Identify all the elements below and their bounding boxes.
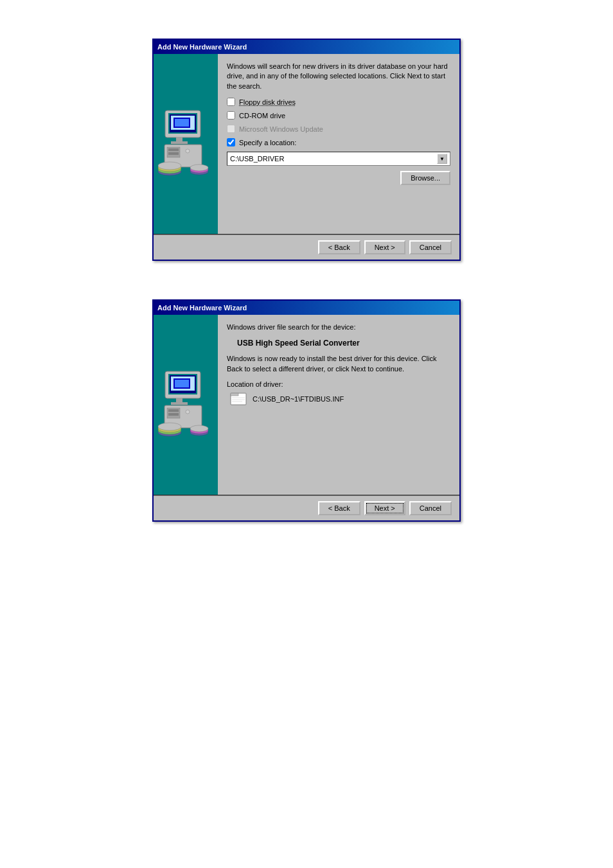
svg-point-10 <box>186 149 190 153</box>
svg-rect-43 <box>231 393 238 396</box>
cancel-button-2[interactable]: Cancel <box>409 501 452 515</box>
dialog2-body: Windows driver file search for the devic… <box>154 315 459 495</box>
svg-rect-5 <box>171 141 188 144</box>
computer-illustration <box>155 107 217 181</box>
svg-rect-4 <box>176 137 182 141</box>
dialog2-footer: < Back Next > Cancel <box>154 495 459 520</box>
dialog2-description1: Windows driver file search for the devic… <box>227 323 450 332</box>
dialog2-sidebar <box>154 315 218 495</box>
dialog2-titlebar: Add New Hardware Wizard <box>154 301 459 315</box>
next-button-1[interactable]: Next > <box>364 240 405 254</box>
svg-point-38 <box>190 425 208 432</box>
dialog2-title: Add New Hardware Wizard <box>157 304 247 312</box>
dialog1-body: Windows will search for new drivers in i… <box>154 54 459 234</box>
cancel-button-1[interactable]: Cancel <box>409 240 452 254</box>
file-icon <box>229 392 247 406</box>
floppy-checkbox-row: Floppy disk drives <box>227 98 450 106</box>
svg-rect-26 <box>171 402 188 405</box>
device-name: USB High Speed Serial Converter <box>237 339 450 348</box>
computer-illustration-2 <box>155 368 217 442</box>
dialog2-description2: Windows is now ready to install the best… <box>227 354 450 374</box>
dialog1-content: Windows will search for new drivers in i… <box>218 54 459 234</box>
location-value: C:\USB_DRIVER <box>230 155 284 163</box>
browse-btn-row: Browse... <box>227 171 450 185</box>
cdrom-checkbox-row: CD-ROM drive <box>227 111 450 120</box>
svg-rect-29 <box>168 409 179 412</box>
dialog1-titlebar: Add New Hardware Wizard <box>154 40 459 54</box>
svg-rect-19 <box>175 119 189 127</box>
winupdate-checkbox-row: Microsoft Windows Update <box>227 125 450 133</box>
svg-rect-30 <box>168 413 179 416</box>
cdrom-label: CD-ROM drive <box>239 112 285 120</box>
back-button-2[interactable]: < Back <box>318 501 360 515</box>
dialog1-title: Add New Hardware Wizard <box>157 43 247 51</box>
svg-rect-40 <box>175 380 189 387</box>
cdrom-checkbox[interactable] <box>227 111 235 120</box>
svg-rect-9 <box>168 152 179 155</box>
dialog2-content: Windows driver file search for the devic… <box>218 315 459 495</box>
winupdate-checkbox <box>227 125 235 133</box>
floppy-label: Floppy disk drives <box>239 98 296 106</box>
location-row: C:\USB_DRIVER ▼ <box>227 152 450 166</box>
dialog1: Add New Hardware Wizard <box>152 39 461 261</box>
location-of-driver-label: Location of driver: <box>227 380 450 388</box>
svg-rect-25 <box>176 398 182 402</box>
file-path: C:\USB_DR~1\FTDIBUS.INF <box>253 395 344 403</box>
file-location-row: C:\USB_DR~1\FTDIBUS.INF <box>229 392 450 406</box>
specify-label: Specify a location: <box>239 139 296 146</box>
dialog2: Add New Hardware Wizard <box>152 299 461 522</box>
dialog1-description: Windows will search for new drivers in i… <box>227 62 450 91</box>
browse-button[interactable]: Browse... <box>400 171 450 185</box>
floppy-checkbox[interactable] <box>227 98 235 106</box>
svg-point-14 <box>158 162 181 170</box>
back-button-1[interactable]: < Back <box>318 240 360 254</box>
dialog1-sidebar <box>154 54 218 234</box>
winupdate-label: Microsoft Windows Update <box>239 125 323 133</box>
dropdown-arrow-icon[interactable]: ▼ <box>437 154 447 164</box>
dialog1-footer: < Back Next > Cancel <box>154 234 459 260</box>
svg-point-31 <box>186 410 190 414</box>
svg-point-17 <box>190 164 208 171</box>
specify-checkbox-row: Specify a location: <box>227 138 450 146</box>
svg-point-35 <box>158 423 181 430</box>
page-container: Add New Hardware Wizard <box>39 26 574 522</box>
specify-checkbox[interactable] <box>227 138 235 146</box>
location-dropdown[interactable]: C:\USB_DRIVER ▼ <box>227 152 450 166</box>
svg-rect-8 <box>168 148 179 151</box>
next-button-2[interactable]: Next > <box>364 501 405 515</box>
